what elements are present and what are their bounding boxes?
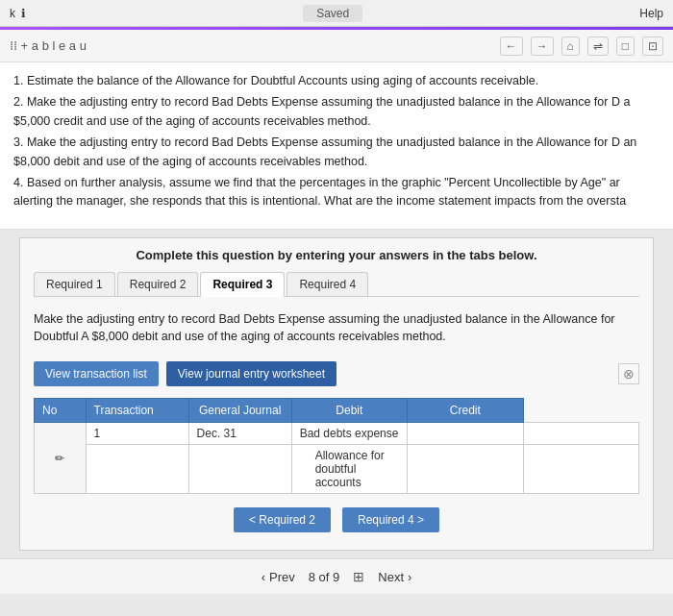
instructions: 1. Estimate the balance of the Allowance… — [13, 72, 660, 211]
grid-icon[interactable]: ⊞ — [353, 569, 364, 584]
page-info: 8 of 9 — [309, 570, 340, 584]
col-credit: Credit — [408, 399, 523, 423]
next-label: Next — [378, 570, 404, 584]
next-page-button[interactable]: Next › — [378, 570, 411, 584]
tab-required3-label: Required 3 — [212, 278, 272, 291]
col-debit-label: Debit — [336, 404, 362, 417]
nav-comment-button[interactable]: □ — [616, 37, 635, 56]
col-no-label: No — [42, 404, 57, 417]
instruction-3: 3. Make the adjusting entry to record Ba… — [13, 134, 660, 171]
nav-bottom: < Required 2 Required 4 > — [34, 507, 639, 532]
tableau-nav: ← → ⌂ ⇌ □ ⊡ — [500, 37, 664, 56]
instruction-1: 1. Estimate the balance of the Allowance… — [13, 72, 660, 90]
section-wrapper: Complete this question by entering your … — [0, 230, 673, 559]
main-content: 1. Estimate the balance of the Allowance… — [0, 62, 673, 230]
question-header: Complete this question by entering your … — [34, 248, 639, 262]
nav-forward-button[interactable]: → — [531, 37, 554, 56]
tableau-logo: ⁞⁞ + a b l e a u — [10, 38, 87, 53]
row-transaction: Dec. 31 — [188, 423, 291, 445]
tab-required1-label: Required 1 — [46, 278, 103, 291]
question-box: Complete this question by entering your … — [19, 237, 654, 552]
row-no: 1 — [86, 423, 188, 445]
info-icon[interactable]: ℹ — [21, 7, 26, 20]
row-credit-1[interactable] — [523, 423, 638, 445]
col-gj-label: General Journal — [199, 404, 281, 417]
tab-required1[interactable]: Required 1 — [34, 272, 115, 296]
nav-home-button[interactable]: ⌂ — [561, 37, 580, 56]
row-icon[interactable]: ✏ — [35, 423, 87, 494]
next-required-button[interactable]: Required 4 > — [342, 507, 439, 532]
tab-required2[interactable]: Required 2 — [117, 272, 199, 296]
tab-required4[interactable]: Required 4 — [287, 272, 368, 296]
journal-table: No Transaction General Journal Debit Cre… — [34, 398, 639, 494]
col-credit-label: Credit — [450, 404, 481, 417]
settings-icon[interactable]: ⊗ — [618, 363, 639, 384]
top-bar: k ℹ Saved Help — [0, 0, 673, 27]
col-debit: Debit — [291, 399, 407, 423]
saved-label: Saved — [303, 5, 362, 22]
view-journal-button[interactable]: View journal entry worksheet — [166, 361, 336, 386]
col-transaction-label: Transaction — [94, 404, 154, 417]
row-gj-1[interactable]: Bad debts expense — [291, 423, 407, 445]
k-label: k — [10, 7, 15, 20]
next-icon: › — [408, 570, 411, 584]
top-bar-left: k ℹ — [10, 7, 26, 20]
prev-icon: ‹ — [262, 570, 265, 584]
tab-required3[interactable]: Required 3 — [200, 272, 285, 297]
tableau-bar: ⁞⁞ + a b l e a u ← → ⌂ ⇌ □ ⊡ — [0, 30, 673, 62]
tableau-logo-text: ⁞⁞ + a b l e a u — [10, 38, 87, 53]
col-no: No — [35, 399, 87, 423]
nav-fullscreen-button[interactable]: ⊡ — [642, 37, 663, 56]
row-no-empty — [86, 445, 188, 494]
col-general-journal: General Journal — [188, 399, 291, 423]
action-buttons: View transaction list View journal entry… — [34, 361, 639, 386]
row-debit-2[interactable] — [408, 445, 523, 494]
tab-required2-label: Required 2 — [130, 278, 187, 291]
view-transaction-button[interactable]: View transaction list — [34, 361, 159, 386]
row-gj-2[interactable]: Allowance for doubtful accounts — [291, 445, 407, 494]
instruction-4: 4. Based on further analysis, assume we … — [13, 174, 660, 211]
tabs-row: Required 1 Required 2 Required 3 Require… — [34, 272, 639, 297]
row-trans-empty — [188, 445, 291, 494]
col-transaction: Transaction — [86, 399, 188, 423]
help-label[interactable]: Help — [639, 7, 663, 20]
nav-back-button[interactable]: ← — [500, 37, 523, 56]
tab-content: Make the adjusting entry to record Bad D… — [34, 307, 639, 351]
row-debit-1[interactable] — [408, 423, 523, 445]
nav-share-button[interactable]: ⇌ — [587, 37, 609, 56]
tab-required4-label: Required 4 — [299, 278, 356, 291]
table-row-1b: Allowance for doubtful accounts — [35, 445, 639, 494]
prev-label: Prev — [269, 570, 295, 584]
table-row-1: ✏ 1 Dec. 31 Bad debts expense — [35, 423, 639, 445]
prev-required-button[interactable]: < Required 2 — [234, 507, 331, 532]
prev-page-button[interactable]: ‹ Prev — [262, 570, 295, 584]
row-credit-2[interactable] — [523, 445, 638, 494]
instruction-2: 2. Make the adjusting entry to record Ba… — [13, 93, 660, 131]
page-nav: ‹ Prev 8 of 9 ⊞ Next › — [0, 558, 673, 594]
